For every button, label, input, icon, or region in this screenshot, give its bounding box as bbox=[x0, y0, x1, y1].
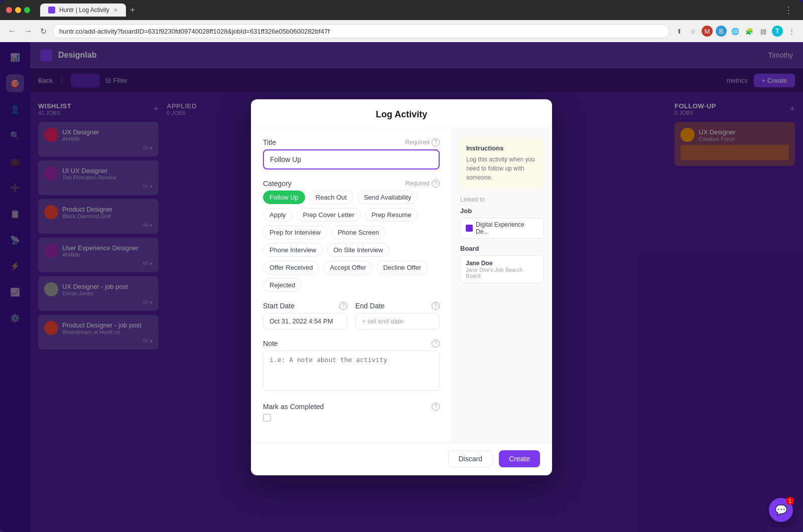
job-icon bbox=[466, 225, 473, 232]
forward-nav-button[interactable]: → bbox=[22, 25, 34, 38]
tab-title: Huntr | Log Activity bbox=[59, 7, 109, 14]
bookmark-icon[interactable]: ☆ bbox=[688, 26, 699, 37]
browser-toolbar: ← → ↻ huntr.co/add-activity?boardID=631f… bbox=[0, 20, 803, 42]
menu-icon[interactable]: ⋮ bbox=[786, 26, 797, 37]
mark-completed-checkbox-row bbox=[263, 414, 440, 422]
note-help-icon[interactable]: ? bbox=[432, 339, 440, 347]
chat-button[interactable]: 💬 1 bbox=[769, 498, 793, 522]
mark-completed-help-icon[interactable]: ? bbox=[432, 403, 440, 411]
board-item[interactable]: Jane Doe Jane Doe's Job Search Board bbox=[460, 255, 544, 283]
job-section-title: Job bbox=[460, 207, 544, 215]
sidebar-toggle-icon[interactable]: ▤ bbox=[758, 26, 769, 37]
title-help-icon[interactable]: ? bbox=[432, 138, 440, 146]
title-required: Required ? bbox=[405, 138, 440, 146]
tag-on-site-interview[interactable]: On Site Interview bbox=[327, 243, 389, 257]
category-required: Required ? bbox=[405, 180, 440, 188]
traffic-lights bbox=[6, 7, 30, 13]
back-nav-button[interactable]: ← bbox=[6, 25, 18, 38]
title-input[interactable] bbox=[263, 149, 440, 169]
address-bar[interactable]: huntr.co/add-activity?boardID=631f9230fd… bbox=[53, 24, 670, 38]
end-date-group: End Date ? + set end date bbox=[355, 302, 440, 329]
job-name: Digital Experience De... bbox=[476, 221, 539, 235]
window-controls: ⋮ bbox=[784, 5, 797, 16]
extensions-icon[interactable]: 🧩 bbox=[744, 26, 755, 37]
note-label: Note ? bbox=[263, 339, 440, 347]
chat-icon: 💬 bbox=[775, 504, 787, 516]
end-date-help-icon[interactable]: ? bbox=[432, 302, 440, 310]
instructions-title: Instructions bbox=[466, 144, 538, 152]
board-subtitle: Jane Doe's Job Search Board bbox=[466, 267, 539, 279]
modal-title: Log Activity bbox=[376, 109, 427, 119]
date-row: Start Date ? Oct 31, 2022 4:54 PM End Da… bbox=[263, 302, 440, 329]
modal-header: Log Activity bbox=[251, 99, 552, 128]
end-date-label: End Date ? bbox=[355, 302, 440, 310]
tag-reach-out[interactable]: Reach Out bbox=[309, 191, 353, 204]
url-text: huntr.co/add-activity?boardID=631f9230fd… bbox=[59, 28, 330, 35]
instructions-box: Instructions Log this activity when you … bbox=[460, 138, 544, 188]
extension-icon-1[interactable]: M bbox=[702, 26, 713, 37]
dates-form-group: Start Date ? Oct 31, 2022 4:54 PM End Da… bbox=[263, 302, 440, 329]
linked-to-label: Linked to bbox=[460, 196, 544, 203]
log-activity-modal: Log Activity Title Required ? bbox=[251, 99, 552, 475]
category-form-group: Category Required ? Follow Up Reach Out … bbox=[263, 180, 440, 292]
create-button[interactable]: Create bbox=[499, 450, 540, 467]
share-icon[interactable]: ⬆ bbox=[674, 26, 685, 37]
refresh-nav-button[interactable]: ↻ bbox=[38, 25, 49, 38]
category-help-icon[interactable]: ? bbox=[432, 180, 440, 188]
close-button[interactable] bbox=[6, 7, 12, 13]
browser-toolbar-icons: ⬆ ☆ M B 🌐 🧩 ▤ T ⋮ bbox=[674, 26, 797, 37]
modal-footer: Discard Create bbox=[251, 442, 552, 475]
start-date-input[interactable]: Oct 31, 2022 4:54 PM bbox=[263, 313, 347, 329]
tab-bar: Huntr | Log Activity ✕ + bbox=[40, 4, 408, 17]
modal-overlay[interactable]: Log Activity Title Required ? bbox=[0, 42, 803, 532]
browser-titlebar: Huntr | Log Activity ✕ + ⋮ bbox=[0, 0, 803, 20]
new-tab-button[interactable]: + bbox=[126, 5, 140, 16]
chat-badge: 1 bbox=[786, 497, 794, 505]
linked-job-item[interactable]: Digital Experience De... bbox=[460, 218, 544, 239]
instructions-text: Log this activity when you need to follo… bbox=[466, 155, 538, 182]
mark-completed-group: Mark as Completed ? bbox=[263, 403, 440, 422]
board-section-title: Board bbox=[460, 245, 544, 252]
title-label: Title Required ? bbox=[263, 138, 440, 146]
modal-right-panel: Instructions Log this activity when you … bbox=[452, 128, 552, 442]
user-avatar[interactable]: T bbox=[772, 26, 783, 37]
tag-apply[interactable]: Apply bbox=[263, 208, 293, 222]
board-name: Jane Doe bbox=[466, 260, 539, 267]
start-date-help-icon[interactable]: ? bbox=[339, 302, 347, 310]
tag-accept-offer[interactable]: Accept Offer bbox=[323, 261, 372, 274]
linked-to-section: Linked to Job Digital Experience De... B… bbox=[460, 196, 544, 283]
tag-prep-cover-letter[interactable]: Prep Cover Letter bbox=[297, 208, 361, 222]
category-label: Category Required ? bbox=[263, 180, 440, 188]
tag-rejected[interactable]: Rejected bbox=[263, 278, 302, 292]
mark-completed-label: Mark as Completed ? bbox=[263, 403, 440, 411]
extension-icon-3[interactable]: 🌐 bbox=[730, 26, 741, 37]
maximize-button[interactable] bbox=[24, 7, 30, 13]
tag-follow-up[interactable]: Follow Up bbox=[263, 191, 305, 204]
title-form-group: Title Required ? bbox=[263, 138, 440, 169]
discard-button[interactable]: Discard bbox=[448, 450, 493, 467]
tag-phone-screen[interactable]: Phone Screen bbox=[331, 226, 385, 239]
note-textarea[interactable] bbox=[263, 350, 440, 391]
start-date-group: Start Date ? Oct 31, 2022 4:54 PM bbox=[263, 302, 347, 329]
tag-prep-resume[interactable]: Prep Resume bbox=[365, 208, 418, 222]
end-date-input[interactable]: + set end date bbox=[355, 313, 440, 329]
modal-left-panel: Title Required ? Category bbox=[251, 128, 452, 442]
mark-completed-checkbox[interactable] bbox=[263, 414, 271, 422]
start-date-label: Start Date ? bbox=[263, 302, 347, 310]
app-content: 📊 🎯 👤 🔍 💼 ➕ 📋 📡 ⚡ 📈 ⚙️ Designlab Timothy… bbox=[0, 42, 803, 532]
tab-favicon bbox=[48, 7, 55, 14]
extension-icon-2[interactable]: B bbox=[716, 26, 727, 37]
category-tags-container: Follow Up Reach Out Send Availability Ap… bbox=[263, 191, 440, 292]
tag-decline-offer[interactable]: Decline Offer bbox=[376, 261, 428, 274]
modal-body: Title Required ? Category bbox=[251, 128, 552, 442]
active-tab[interactable]: Huntr | Log Activity ✕ bbox=[40, 4, 126, 17]
note-form-group: Note ? bbox=[263, 339, 440, 393]
tag-prep-for-interview[interactable]: Prep for Interview bbox=[263, 226, 327, 239]
minimize-button[interactable] bbox=[15, 7, 21, 13]
tag-offer-received[interactable]: Offer Received bbox=[263, 261, 319, 274]
tag-phone-interview[interactable]: Phone Interview bbox=[263, 243, 323, 257]
tab-close-icon[interactable]: ✕ bbox=[113, 7, 118, 14]
tag-send-availability[interactable]: Send Availability bbox=[357, 191, 418, 204]
